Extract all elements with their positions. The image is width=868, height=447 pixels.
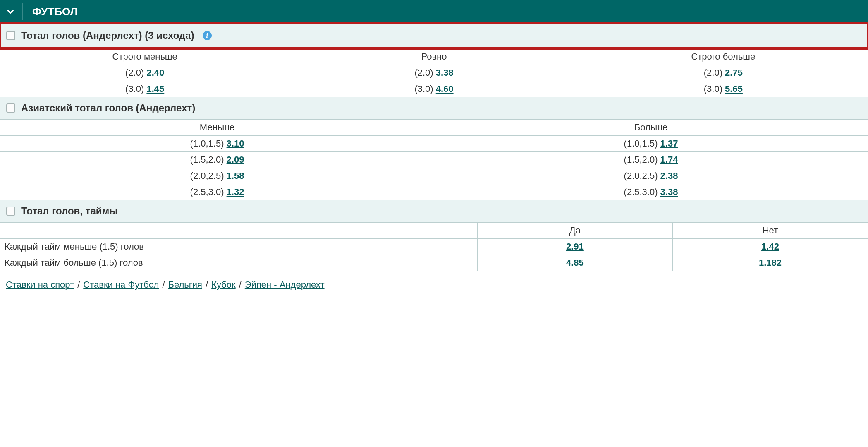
odds-cell[interactable]: (1.0,1.5) 3.10 [0,136,434,152]
breadcrumb-separator: / [202,279,211,290]
col-over: Больше [434,120,868,136]
col-under: Строго меньше [0,49,289,65]
chevron-down-icon[interactable] [5,6,16,17]
odds-value[interactable]: 2.75 [725,67,743,78]
breadcrumb: Ставки на спорт/Ставки на Футбол/Бельгия… [0,271,868,295]
odds-label: (2.0) [414,67,435,78]
odds-label: (1.0,1.5) [190,138,227,149]
odds-value[interactable]: 2.38 [660,171,678,181]
section-title: Тотал голов, таймы [21,205,118,217]
breadcrumb-link[interactable]: Кубок [211,279,236,290]
odds-value[interactable]: 1.74 [660,154,678,165]
odds-label: (2.0,2.5) [624,171,660,181]
odds-value[interactable]: 1.58 [227,171,244,181]
section-checkbox[interactable] [6,207,15,216]
col-yes: Да [477,223,672,239]
odds-value[interactable]: 2.40 [146,67,164,78]
odds-cell[interactable]: (3.0) 5.65 [579,81,868,97]
table-asian-total: Меньше Больше (1.0,1.5) 3.10(1.0,1.5) 1.… [0,119,868,200]
section-asian-total[interactable]: Азиатский тотал голов (Андерлехт) [0,97,868,119]
table-row: Каждый тайм больше (1.5) голов4.851.182 [0,255,868,271]
breadcrumb-separator: / [236,279,245,290]
odds-cell[interactable]: (3.0) 4.60 [289,81,579,97]
col-over: Строго больше [579,49,868,65]
odds-cell[interactable]: (1.5,2.0) 2.09 [0,152,434,168]
row-label: Каждый тайм меньше (1.5) голов [0,239,478,255]
odds-value[interactable]: 3.10 [227,138,244,149]
breadcrumb-link[interactable]: Эйпен - Андерлехт [245,279,325,290]
odds-value[interactable]: 1.182 [759,257,782,268]
odds-value[interactable]: 4.85 [566,257,584,268]
odds-value[interactable]: 1.45 [146,84,164,94]
odds-cell[interactable]: (2.0,2.5) 1.58 [0,168,434,184]
table-row: (2.0,2.5) 1.58(2.0,2.5) 2.38 [0,168,868,184]
section-checkbox[interactable] [6,103,15,113]
breadcrumb-separator: / [74,279,83,290]
odds-label: (1.5,2.0) [190,154,227,165]
vertical-divider [22,3,23,20]
odds-value[interactable]: 3.38 [660,187,678,197]
odds-cell[interactable]: (2.0) 3.38 [289,65,579,81]
odds-cell[interactable]: (2.5,3.0) 3.38 [434,184,868,200]
odds-label: (2.5,3.0) [624,187,660,197]
section-total-halves[interactable]: Тотал голов, таймы [0,200,868,222]
odds-label: (2.0,2.5) [190,171,227,181]
odds-cell[interactable]: (3.0) 1.45 [0,81,289,97]
odds-cell[interactable]: (2.0) 2.40 [0,65,289,81]
table-row: (3.0) 1.45(3.0) 4.60(3.0) 5.65 [0,81,868,97]
section-title: Тотал голов (Андерлехт) (3 исхода) [21,30,194,41]
row-label: Каждый тайм больше (1.5) голов [0,255,478,271]
col-under: Меньше [0,120,434,136]
col-blank [0,223,478,239]
odds-cell[interactable]: (1.0,1.5) 1.37 [434,136,868,152]
odds-cell[interactable]: 2.91 [477,239,672,255]
col-no: Нет [672,223,868,239]
col-exact: Ровно [289,49,579,65]
odds-value[interactable]: 1.42 [761,241,779,252]
odds-value[interactable]: 4.60 [436,84,454,94]
odds-cell[interactable]: (2.5,3.0) 1.32 [0,184,434,200]
odds-label: (3.0) [414,84,435,94]
odds-label: (2.0) [704,67,725,78]
breadcrumb-separator: / [159,279,168,290]
breadcrumb-link[interactable]: Ставки на спорт [6,279,74,290]
odds-cell[interactable]: 4.85 [477,255,672,271]
odds-label: (2.5,3.0) [190,187,227,197]
odds-label: (3.0) [125,84,146,94]
table-row: (1.5,2.0) 2.09(1.5,2.0) 1.74 [0,152,868,168]
odds-value[interactable]: 2.91 [566,241,584,252]
section-title: Азиатский тотал голов (Андерлехт) [21,102,195,114]
odds-cell[interactable]: (1.5,2.0) 1.74 [434,152,868,168]
odds-cell[interactable]: (2.0) 2.75 [579,65,868,81]
section-checkbox[interactable] [6,31,15,40]
section-total-goals[interactable]: Тотал голов (Андерлехт) (3 исхода) i [0,23,868,48]
odds-value[interactable]: 1.37 [660,138,678,149]
info-icon[interactable]: i [203,31,212,40]
odds-cell[interactable]: 1.182 [672,255,868,271]
odds-value[interactable]: 2.09 [227,154,244,165]
table-row: (1.0,1.5) 3.10(1.0,1.5) 1.37 [0,136,868,152]
breadcrumb-link[interactable]: Бельгия [168,279,202,290]
odds-value[interactable]: 1.32 [227,187,244,197]
odds-value[interactable]: 3.38 [436,67,454,78]
odds-value[interactable]: 5.65 [725,84,743,94]
sport-title: ФУТБОЛ [32,5,78,18]
table-row: (2.0) 2.40(2.0) 3.38(2.0) 2.75 [0,65,868,81]
odds-label: (3.0) [704,84,725,94]
odds-label: (2.0) [125,67,146,78]
odds-label: (1.0,1.5) [624,138,660,149]
table-total-halves: Да Нет Каждый тайм меньше (1.5) голов2.9… [0,222,868,271]
table-total-goals: Строго меньше Ровно Строго больше (2.0) … [0,48,868,97]
odds-cell[interactable]: 1.42 [672,239,868,255]
odds-label: (1.5,2.0) [624,154,660,165]
table-row: (2.5,3.0) 1.32(2.5,3.0) 3.38 [0,184,868,200]
table-row: Каждый тайм меньше (1.5) голов2.911.42 [0,239,868,255]
odds-cell[interactable]: (2.0,2.5) 2.38 [434,168,868,184]
breadcrumb-link[interactable]: Ставки на Футбол [83,279,159,290]
sport-header: ФУТБОЛ [0,0,868,23]
